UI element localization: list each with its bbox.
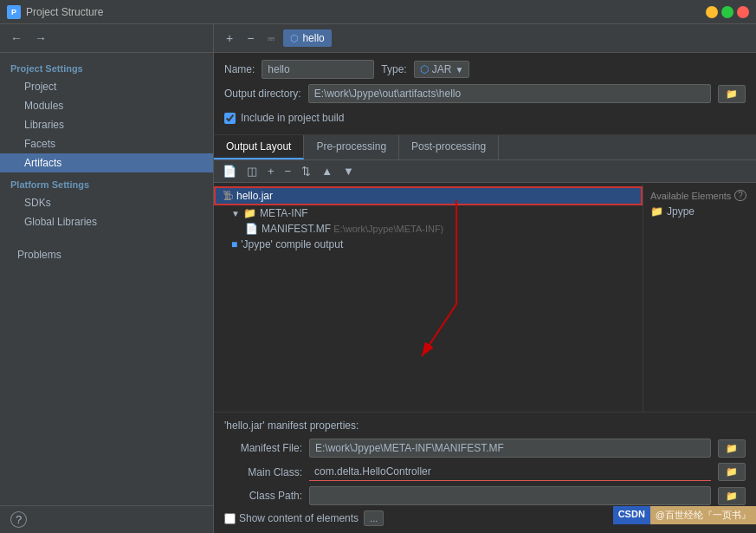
- output-section: 📄 ◫ + − ⇅ ▲ ▼ 🗜 hello.jar ▼: [214, 160, 756, 412]
- include-in-build-checkbox[interactable]: [224, 113, 236, 124]
- help-label[interactable]: ?: [10, 511, 27, 528]
- available-elements-label: Available Elements ?: [647, 186, 753, 203]
- sidebar-nav: ← →: [0, 24, 213, 53]
- output-plus-btn[interactable]: +: [264, 164, 278, 179]
- available-elements-panel: Available Elements ? 📁 Jpype: [643, 183, 756, 412]
- show-content-label: Show content of elements: [239, 512, 359, 524]
- sidebar-item-artifacts[interactable]: Artifacts: [0, 153, 213, 172]
- artifact-item-hello[interactable]: ⬡ hello: [283, 29, 331, 47]
- module-icon: ■: [231, 238, 237, 250]
- output-add-btn[interactable]: 📄: [219, 164, 240, 179]
- main-class-input[interactable]: [309, 463, 711, 481]
- tree-item-meta-inf[interactable]: ▼ 📁 META-INF: [214, 205, 643, 221]
- tree-item-hello-jar[interactable]: 🗜 hello.jar: [214, 186, 643, 205]
- output-minus-btn[interactable]: −: [281, 164, 295, 179]
- file-icon: 📄: [245, 223, 258, 235]
- output-layout-btn[interactable]: ◫: [243, 164, 261, 179]
- close-button[interactable]: [737, 6, 749, 18]
- manifest-section-title: 'hello.jar' manifest properties:: [224, 419, 746, 432]
- forward-button[interactable]: →: [31, 29, 50, 47]
- tabs-bar: Output Layout Pre-processing Post-proces…: [214, 135, 756, 160]
- watermark-csdn: CSDN: [613, 506, 650, 524]
- name-input[interactable]: [262, 60, 374, 79]
- output-tree: 🗜 hello.jar ▼ 📁 META-INF 📄 MANIFEST.MF E…: [214, 183, 643, 412]
- tab-pre-processing[interactable]: Pre-processing: [304, 135, 399, 159]
- back-button[interactable]: ←: [7, 29, 26, 47]
- output-dir-row: Output directory: 📁: [224, 84, 746, 103]
- type-select[interactable]: ⬡ JAR ▼: [414, 61, 470, 78]
- available-item-label: Jpype: [667, 205, 695, 218]
- sidebar: ← → Project Settings Project Modules Lib…: [0, 24, 214, 533]
- project-settings-label: Project Settings: [0, 56, 213, 77]
- manifest-file-input[interactable]: [309, 439, 711, 458]
- add-artifact-button[interactable]: +: [221, 29, 238, 47]
- help-circle-icon: ?: [734, 190, 746, 201]
- name-row: Name: Type: ⬡ JAR ▼: [224, 60, 746, 79]
- content-toolbar: + − ⎓ ⬡ hello: [214, 24, 756, 53]
- output-up-btn[interactable]: ▲: [318, 164, 336, 179]
- browse-main-class-button[interactable]: 📁: [718, 463, 746, 481]
- available-item-jpype[interactable]: 📁 Jpype: [647, 203, 753, 220]
- show-content-checkbox[interactable]: [224, 513, 236, 524]
- show-content-row: Show content of elements: [224, 512, 359, 524]
- tab-post-processing[interactable]: Post-processing: [399, 135, 499, 159]
- manifest-file-label: Manifest File:: [224, 442, 302, 454]
- copy-artifact-button[interactable]: ⎓: [262, 29, 280, 47]
- watermark-text: @百世经纶『一页书』: [650, 506, 756, 524]
- folder-icon: 📁: [243, 207, 256, 219]
- jar-icon: 🗜: [223, 190, 233, 202]
- form-section: Name: Type: ⬡ JAR ▼ Output directory: 📁 …: [214, 53, 756, 135]
- sidebar-item-project[interactable]: Project: [0, 77, 213, 96]
- window-title: Project Structure: [26, 6, 706, 18]
- tree-label-jpype-compile: 'Jpype' compile output: [241, 238, 343, 250]
- remove-artifact-button[interactable]: −: [242, 29, 259, 47]
- artifact-icon: ⬡: [290, 33, 299, 44]
- type-value: JAR: [432, 63, 452, 75]
- browse-class-path-button[interactable]: 📁: [718, 487, 746, 505]
- browse-manifest-button[interactable]: 📁: [718, 439, 746, 458]
- artifact-label: hello: [302, 32, 324, 44]
- output-toolbar: 📄 ◫ + − ⇅ ▲ ▼: [214, 160, 756, 183]
- sidebar-item-problems[interactable]: Problems: [0, 245, 213, 264]
- tree-label-meta-inf: META-INF: [260, 207, 308, 219]
- platform-settings-label: Platform Settings: [0, 172, 213, 193]
- class-path-row: Class Path: 📁: [224, 486, 746, 505]
- watermark: CSDN @百世经纶『一页书』: [613, 506, 756, 524]
- tree-label-hello-jar: hello.jar: [236, 190, 273, 202]
- maximize-button[interactable]: [721, 6, 733, 18]
- include-in-build-label: Include in project build: [241, 112, 344, 124]
- type-dropdown-icon: ▼: [455, 65, 463, 75]
- tree-item-jpype-compile[interactable]: ■ 'Jpype' compile output: [214, 237, 643, 252]
- type-label: Type:: [381, 63, 406, 75]
- window-controls: [706, 6, 749, 18]
- sidebar-content: Project Settings Project Modules Librari…: [0, 53, 213, 505]
- app-icon: P: [7, 5, 21, 19]
- main-class-label: Main Class:: [224, 466, 302, 478]
- tab-output-layout[interactable]: Output Layout: [214, 135, 304, 159]
- include-in-build-row: Include in project build: [224, 108, 746, 127]
- sidebar-item-global-libraries[interactable]: Global Libraries: [0, 212, 213, 231]
- sidebar-item-sdks[interactable]: SDKs: [0, 193, 213, 212]
- main-content: + − ⎓ ⬡ hello Name: Type: ⬡ JAR ▼ Output: [214, 24, 756, 533]
- sidebar-footer: ?: [0, 505, 213, 533]
- available-folder-icon: 📁: [650, 205, 663, 218]
- sidebar-item-libraries[interactable]: Libraries: [0, 115, 213, 134]
- class-path-input[interactable]: [309, 486, 711, 505]
- name-label: Name:: [224, 63, 255, 75]
- ellipsis-button[interactable]: ...: [364, 510, 384, 526]
- output-dir-input[interactable]: [308, 84, 711, 103]
- output-dir-label: Output directory:: [224, 88, 301, 100]
- tree-item-manifest[interactable]: 📄 MANIFEST.MF E:\work\Jpype\META-INF): [214, 221, 643, 237]
- expand-icon: ▼: [231, 209, 240, 218]
- main-class-row: Main Class: 📁: [224, 463, 746, 481]
- output-sort-btn[interactable]: ⇅: [298, 164, 314, 179]
- browse-output-dir-button[interactable]: 📁: [718, 85, 746, 103]
- title-bar: P Project Structure: [0, 0, 756, 24]
- output-main: 🗜 hello.jar ▼ 📁 META-INF 📄 MANIFEST.MF E…: [214, 183, 756, 412]
- class-path-label: Class Path:: [224, 490, 302, 502]
- output-down-btn[interactable]: ▼: [339, 164, 358, 179]
- sidebar-item-modules[interactable]: Modules: [0, 96, 213, 115]
- minimize-button[interactable]: [706, 6, 718, 18]
- manifest-file-row: Manifest File: 📁: [224, 439, 746, 458]
- sidebar-item-facets[interactable]: Facets: [0, 134, 213, 153]
